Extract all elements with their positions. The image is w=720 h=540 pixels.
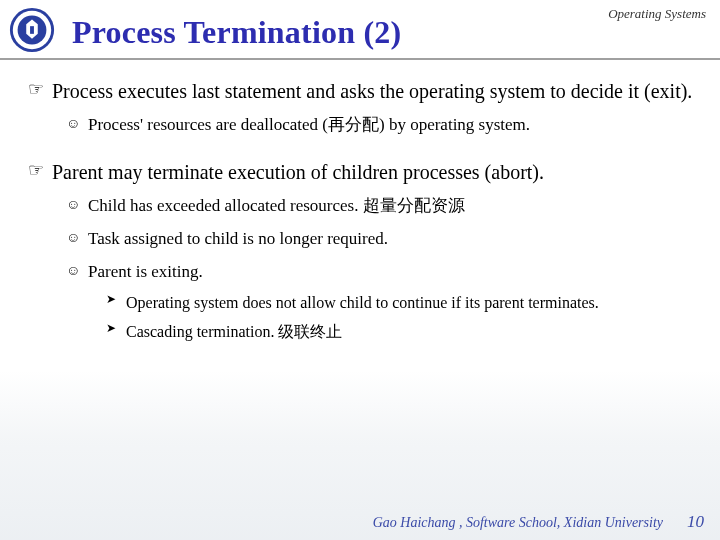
university-logo bbox=[8, 6, 56, 54]
bullet-level1: ☞ Parent may terminate execution of chil… bbox=[28, 159, 696, 185]
title-underline bbox=[0, 58, 720, 60]
bullet-level2: ☺ Process' resources are deallocated (再分… bbox=[66, 114, 696, 137]
sun-icon: ☺ bbox=[66, 195, 88, 213]
page-number: 10 bbox=[687, 512, 704, 532]
bullet-text: Parent may terminate execution of childr… bbox=[52, 159, 544, 185]
svg-rect-3 bbox=[30, 26, 34, 34]
arrow-icon: ➤ bbox=[106, 321, 126, 337]
bullet-text: Process executes last statement and asks… bbox=[52, 78, 692, 104]
sun-icon: ☺ bbox=[66, 261, 88, 279]
bullet-level2: ☺ Parent is exiting. bbox=[66, 261, 696, 284]
slide-body: ☞ Process executes last statement and as… bbox=[28, 72, 696, 345]
course-label: Operating Systems bbox=[608, 6, 706, 22]
bullet-text: Cascading termination. 级联终止 bbox=[126, 321, 342, 343]
bullet-text: Operating system does not allow child to… bbox=[126, 292, 599, 314]
bullet-text: Child has exceeded allocated resources. … bbox=[88, 195, 465, 218]
bullet-level3: ➤ Cascading termination. 级联终止 bbox=[106, 321, 696, 343]
bullet-level2: ☺ Task assigned to child is no longer re… bbox=[66, 228, 696, 251]
bullet-text: Task assigned to child is no longer requ… bbox=[88, 228, 388, 251]
bullet-level2: ☺ Child has exceeded allocated resources… bbox=[66, 195, 696, 218]
bullet-text: Parent is exiting. bbox=[88, 261, 203, 284]
sun-icon: ☺ bbox=[66, 228, 88, 246]
slide-footer: Gao Haichang , Software School, Xidian U… bbox=[373, 512, 704, 532]
bullet-level3: ➤ Operating system does not allow child … bbox=[106, 292, 696, 314]
sun-icon: ☺ bbox=[66, 114, 88, 132]
bullet-level1: ☞ Process executes last statement and as… bbox=[28, 78, 696, 104]
bullet-text: Process' resources are deallocated (再分配)… bbox=[88, 114, 530, 137]
hand-point-icon: ☞ bbox=[28, 78, 52, 101]
arrow-icon: ➤ bbox=[106, 292, 126, 308]
slide-title: Process Termination (2) bbox=[72, 14, 401, 51]
hand-point-icon: ☞ bbox=[28, 159, 52, 182]
footer-attribution: Gao Haichang , Software School, Xidian U… bbox=[373, 515, 663, 531]
